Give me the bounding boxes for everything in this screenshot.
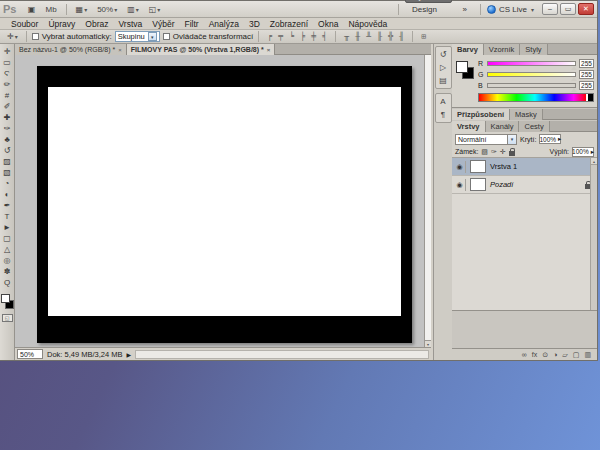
slider-value-field[interactable]: 255 xyxy=(579,59,594,68)
menu-filtr[interactable]: Filtr xyxy=(180,19,204,29)
layer-name[interactable]: Vrstva 1 xyxy=(490,162,595,171)
bridge-icon[interactable]: ▣ xyxy=(24,3,38,16)
lock-transparent-pixels-icon[interactable]: ▨ xyxy=(481,148,488,156)
tool-history-brush[interactable]: ↺ xyxy=(1,145,14,156)
tool-preset-icon[interactable]: ✛▾ xyxy=(4,30,21,43)
tab-close-icon[interactable]: × xyxy=(118,47,122,53)
vertical-scrollbar[interactable]: ▾ xyxy=(424,55,431,347)
tool-pen[interactable]: ✒ xyxy=(1,200,14,211)
tool-clone-stamp[interactable]: ♣ xyxy=(1,134,14,145)
view-extras-icon[interactable]: ▦▾ xyxy=(73,3,91,16)
tab-masky[interactable]: Masky xyxy=(510,109,543,120)
foreground-color-swatch[interactable] xyxy=(1,294,10,303)
quick-mask-button[interactable]: ◱ xyxy=(2,314,13,322)
tab-styly[interactable]: Styly xyxy=(520,44,547,55)
tab-cesty[interactable]: Cesty xyxy=(519,121,549,132)
scroll-down-icon[interactable]: ▾ xyxy=(425,340,431,347)
opacity-field[interactable]: 100% ▸ xyxy=(539,134,561,144)
menu-vrstva[interactable]: Vrstva xyxy=(114,19,148,29)
distribute-top-edges-icon[interactable]: ╥ xyxy=(341,31,352,42)
menu-okna[interactable]: Okna xyxy=(313,19,343,29)
slider-track[interactable] xyxy=(487,72,576,77)
align-top-edges-icon[interactable]: ╒ xyxy=(264,31,275,42)
screen-mode-icon[interactable]: ◱▾ xyxy=(146,3,164,16)
fill-field[interactable]: 100% ▸ xyxy=(572,147,594,157)
tool-gradient[interactable]: ▧ xyxy=(1,167,14,178)
tab-close-icon[interactable]: × xyxy=(267,47,271,53)
slider-thumb[interactable] xyxy=(571,77,577,81)
slider-value-field[interactable]: 255 xyxy=(579,70,594,79)
slider-track[interactable] xyxy=(487,61,576,66)
tool-move[interactable]: ✛ xyxy=(1,46,14,57)
document-tab-filmovy-pas[interactable]: FILMOVY PAS @ 50% (Vrstva 1,RGB/8) * × xyxy=(127,44,276,55)
panel-paragraph-icon[interactable]: ¶ xyxy=(436,108,451,121)
blend-mode-dropdown[interactable]: Normální ▾ xyxy=(455,134,517,145)
minimize-button[interactable]: – xyxy=(542,3,558,15)
menu-obraz[interactable]: Obraz xyxy=(80,19,113,29)
distribute-bottom-edges-icon[interactable]: ╨ xyxy=(363,31,374,42)
tool-zoom[interactable]: Q xyxy=(1,277,14,288)
panel-history-icon[interactable]: ↺ xyxy=(436,48,451,61)
layer-thumbnail[interactable] xyxy=(470,160,486,173)
panel-layer-comps-icon[interactable]: ▤ xyxy=(436,74,451,87)
menu-zobrazeni[interactable]: Zobrazení xyxy=(265,19,313,29)
align-right-edges-icon[interactable]: ╡ xyxy=(319,31,330,42)
tool-eraser[interactable]: ▨ xyxy=(1,156,14,167)
distribute-horizontal-centers-icon[interactable]: ╬ xyxy=(385,31,396,42)
align-bottom-edges-icon[interactable]: ╘ xyxy=(286,31,297,42)
arrange-documents-icon[interactable]: ▥▾ xyxy=(124,3,142,16)
tool-rectangular-marquee[interactable]: ▭ xyxy=(1,57,14,68)
distribute-left-edges-icon[interactable]: ╟ xyxy=(374,31,385,42)
add-layer-mask-icon[interactable]: ⊙ xyxy=(542,351,548,359)
distribute-right-edges-icon[interactable]: ╢ xyxy=(396,31,407,42)
tool-type[interactable]: T xyxy=(1,211,14,222)
workspace-more-button[interactable]: » xyxy=(456,3,474,16)
panel-actions-icon[interactable]: ▷ xyxy=(436,61,451,74)
tab-kanaly[interactable]: Kanály xyxy=(486,121,520,132)
lock-image-pixels-icon[interactable]: ✑ xyxy=(491,148,497,156)
layer-name[interactable]: Pozadí xyxy=(490,180,581,189)
slider-thumb[interactable] xyxy=(571,66,577,70)
status-flyout-icon[interactable]: ▶ xyxy=(126,351,131,358)
new-group-icon[interactable]: ▱ xyxy=(562,351,567,359)
tab-prizpusobeni[interactable]: Přizpůsobení xyxy=(452,109,510,120)
tab-vrstvy[interactable]: Vrstvy xyxy=(452,121,486,132)
menu-vyber[interactable]: Výběr xyxy=(147,19,179,29)
auto-select-dropdown[interactable]: Skupinu ▾ xyxy=(115,31,160,42)
tool-3d-orbit[interactable]: ◎ xyxy=(1,255,14,266)
restore-button[interactable]: ▭ xyxy=(560,3,576,15)
align-left-edges-icon[interactable]: ╞ xyxy=(297,31,308,42)
menu-napoveda[interactable]: Nápověda xyxy=(343,19,392,29)
zoom-level-dropdown[interactable]: 50%▾ xyxy=(94,3,120,16)
link-layers-icon[interactable]: ∞ xyxy=(522,351,527,358)
layer-style-icon[interactable]: fx xyxy=(532,351,537,358)
tool-brush[interactable]: ✑ xyxy=(1,123,14,134)
tool-blur[interactable]: ◔ xyxy=(1,178,14,189)
tool-eyedropper[interactable]: ✐ xyxy=(1,101,14,112)
tool-lasso[interactable]: Ϛ xyxy=(1,68,14,79)
tool-dodge[interactable]: ◐ xyxy=(1,189,14,200)
tool-3d-rotate[interactable]: △ xyxy=(1,244,14,255)
tool-quick-selection[interactable]: ✏ xyxy=(1,79,14,90)
transform-controls-checkbox[interactable] xyxy=(163,33,170,40)
slider-value-field[interactable]: 255 xyxy=(579,81,594,90)
tool-crop[interactable]: # xyxy=(1,90,14,101)
lock-position-icon[interactable]: ✛ xyxy=(500,148,506,156)
menu-soubor[interactable]: Soubor xyxy=(6,19,43,29)
new-adjustment-layer-icon[interactable]: ◑ xyxy=(553,351,557,358)
tool-hand[interactable]: ✽ xyxy=(1,266,14,277)
layer-row-pozadi[interactable]: ◉ Pozadí xyxy=(452,176,597,194)
delete-layer-icon[interactable]: ▥ xyxy=(584,351,591,359)
distribute-vertical-centers-icon[interactable]: ╫ xyxy=(352,31,363,42)
lock-all-icon[interactable] xyxy=(509,151,515,156)
mini-bridge-icon[interactable]: Mb xyxy=(42,3,59,16)
align-horizontal-centers-icon[interactable]: ╪ xyxy=(308,31,319,42)
horizontal-scrollbar[interactable] xyxy=(135,350,429,359)
visibility-eye-icon[interactable]: ◉ xyxy=(454,179,466,191)
scroll-up-icon[interactable]: ▴ xyxy=(591,158,597,165)
slider-track[interactable] xyxy=(487,83,576,88)
workspace-button-design[interactable]: Design xyxy=(405,3,451,16)
layer-row-vrstva-1[interactable]: ◉ Vrstva 1 xyxy=(452,158,597,176)
status-zoom-field[interactable]: 50% xyxy=(17,349,43,359)
auto-align-layers-icon[interactable]: ⊞ xyxy=(418,31,429,42)
